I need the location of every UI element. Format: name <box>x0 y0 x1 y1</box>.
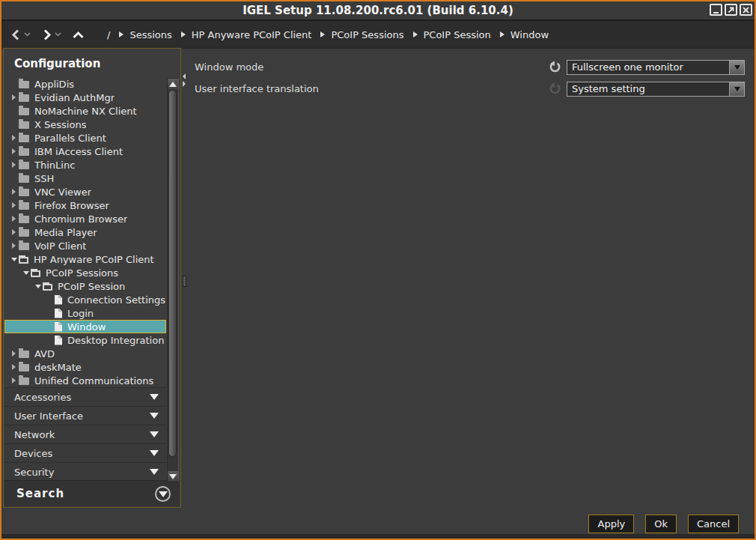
tree-item-ibm-iaccess-client[interactable]: IBM iAccess Client <box>4 145 166 158</box>
footer-buttons: Apply Ok Cancel <box>588 515 739 533</box>
tree-item-login[interactable]: Login <box>4 306 166 320</box>
folder-icon <box>19 351 29 358</box>
breadcrumb-label: HP Anyware PCoIP Client <box>192 29 312 40</box>
expander-collapsed-icon[interactable] <box>9 94 19 100</box>
expander-collapsed-icon[interactable] <box>9 243 19 249</box>
tree-item-evidian-authmgr[interactable]: Evidian AuthMgr <box>4 91 166 104</box>
breadcrumb-item-hp-anyware-pcoip-client[interactable]: HP Anyware PCoIP Client <box>181 29 312 40</box>
tree-item-applidis[interactable]: AppliDis <box>4 77 166 91</box>
scroll-up-button[interactable] <box>168 79 178 89</box>
folder-icon <box>19 162 29 169</box>
cancel-button[interactable]: Cancel <box>688 515 739 533</box>
tree-item-label: Desktop Integration <box>67 335 164 346</box>
close-button[interactable] <box>740 4 752 16</box>
tree-item-label: Evidian AuthMgr <box>34 92 115 103</box>
tree-item-label: Unified Communications <box>34 375 153 386</box>
tree-item-window[interactable]: Window <box>4 320 166 333</box>
breadcrumb-item-sessions[interactable]: Sessions <box>119 29 171 40</box>
back-button[interactable] <box>10 28 31 41</box>
tree-item-unified-communications[interactable]: Unified Communications <box>4 374 166 387</box>
tree-item-voip-client[interactable]: VoIP Client <box>4 239 166 252</box>
tree-item-label: PCoIP Session <box>58 281 125 292</box>
bottom-strip <box>1 534 755 539</box>
tree-item-chromium-browser[interactable]: Chromium Browser <box>4 212 166 225</box>
sidebar-scrollbar[interactable] <box>167 78 179 482</box>
expander-collapsed-icon[interactable] <box>9 377 19 383</box>
chevron-right-icon <box>41 28 52 41</box>
setting-label: Window mode <box>195 61 549 73</box>
breadcrumb-root[interactable]: / <box>107 29 110 40</box>
breadcrumb-item-pcoip-sessions[interactable]: PCoIP Sessions <box>320 29 403 40</box>
tree-item-label: Window <box>67 321 106 333</box>
tree-item-label: ThinLinc <box>34 160 75 171</box>
splitter-collapse-right-icon[interactable] <box>183 81 186 87</box>
tree-item-x-sessions[interactable]: X Sessions <box>4 118 166 131</box>
tree-item-desktop-integration[interactable]: Desktop Integration <box>4 333 166 347</box>
tree-item-ssh[interactable]: SSH <box>4 172 166 185</box>
accordion-user-interface[interactable]: User Interface <box>4 406 166 425</box>
minimize-icon <box>712 6 720 14</box>
expander-expanded-icon[interactable] <box>21 271 31 275</box>
expander-collapsed-icon[interactable] <box>9 364 19 370</box>
accordion-devices[interactable]: Devices <box>4 443 166 462</box>
dropdown-arrow-icon[interactable] <box>729 61 744 74</box>
folder-icon <box>19 229 29 237</box>
accordion-accessories[interactable]: Accessories <box>4 387 166 406</box>
expander-collapsed-icon[interactable] <box>9 148 19 154</box>
accordion-network[interactable]: Network <box>4 425 166 443</box>
tree-item-nomachine-nx-client[interactable]: NoMachine NX Client <box>4 104 166 118</box>
breadcrumb-item-window[interactable]: Window <box>500 29 549 40</box>
tree-item-media-player[interactable]: Media Player <box>4 225 166 239</box>
expander-collapsed-icon[interactable] <box>9 162 19 168</box>
scrollbar-thumb[interactable] <box>168 90 177 457</box>
dropdown-value: System setting <box>567 82 729 96</box>
tree-item-parallels-client[interactable]: Parallels Client <box>4 131 166 145</box>
chevron-down-icon <box>150 394 159 400</box>
reset-to-default-icon[interactable] <box>549 82 561 95</box>
panel-splitter[interactable] <box>181 48 186 508</box>
tree-item-deskmate[interactable]: deskMate <box>4 360 166 374</box>
tree-item-thinlinc[interactable]: ThinLinc <box>4 158 166 172</box>
title-bar[interactable]: IGEL Setup 11.08.200.rc6.01 (Build 6.10.… <box>1 1 755 21</box>
window-mode-dropdown[interactable]: Fullscreen one monitor <box>567 60 745 75</box>
chevron-left-icon <box>10 28 22 41</box>
accordion-security[interactable]: Security <box>4 462 166 481</box>
folder-icon <box>19 81 29 88</box>
back-history-caret-icon <box>24 32 31 37</box>
apply-button[interactable]: Apply <box>588 515 634 533</box>
tree-item-hp-anyware-pcoip-client[interactable]: HP Anyware PCoIP Client <box>4 252 166 266</box>
tree-item-connection-settings[interactable]: Connection Settings <box>4 293 166 306</box>
tree-item-pcoip-sessions[interactable]: PCoIP Sessions <box>4 266 166 279</box>
tree-item-label: Parallels Client <box>34 133 106 144</box>
search-section[interactable]: Search <box>4 480 180 506</box>
expander-collapsed-icon[interactable] <box>9 351 19 357</box>
expander-expanded-icon[interactable] <box>33 285 43 288</box>
reset-to-default-icon[interactable] <box>549 61 561 73</box>
tree-item-label: Login <box>67 308 94 319</box>
tree-item-vnc-viewer[interactable]: VNC Viewer <box>4 185 166 198</box>
tree-item-pcoip-session[interactable]: PCoIP Session <box>4 279 166 293</box>
expander-collapsed-icon[interactable] <box>9 202 19 208</box>
dropdown-arrow-icon[interactable] <box>729 82 744 96</box>
folder-icon <box>19 377 29 385</box>
expander-collapsed-icon[interactable] <box>9 216 19 222</box>
settings-panel: Window mode Fullscreen one monitor User … <box>186 48 755 482</box>
minimize-button[interactable] <box>710 4 722 16</box>
splitter-collapse-left-icon[interactable] <box>183 73 186 79</box>
up-button[interactable] <box>72 30 85 40</box>
expander-collapsed-icon[interactable] <box>9 229 19 235</box>
expander-collapsed-icon[interactable] <box>9 135 19 141</box>
maximize-button[interactable] <box>725 4 737 16</box>
tree-item-avd[interactable]: AVD <box>4 347 166 360</box>
search-toggle-icon[interactable] <box>155 486 171 502</box>
breadcrumb-item-pcoip-session[interactable]: PCoIP Session <box>413 29 491 40</box>
scroll-down-button[interactable] <box>168 471 178 482</box>
expander-expanded-icon[interactable] <box>9 258 19 261</box>
tree-item-firefox-browser[interactable]: Firefox Browser <box>4 198 166 212</box>
user-interface-translation-dropdown[interactable]: System setting <box>567 82 745 97</box>
forward-button[interactable] <box>41 28 61 41</box>
maximize-icon <box>727 6 735 14</box>
ok-button[interactable]: Ok <box>645 515 677 533</box>
folder-icon <box>19 108 29 115</box>
expander-collapsed-icon[interactable] <box>9 189 19 195</box>
